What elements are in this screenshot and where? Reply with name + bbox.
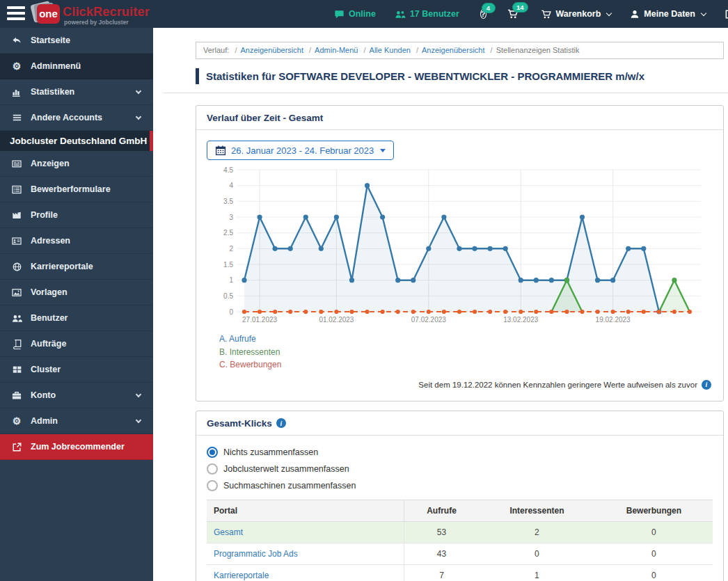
breadcrumb: Verlauf: /Anzeigenübersicht /Admin-Menü … <box>196 42 724 59</box>
main-content: Verlauf: /Anzeigenübersicht /Admin-Menü … <box>153 28 728 581</box>
portal-link[interactable]: Gesamt <box>214 527 243 537</box>
sidebar-item-label: Benutzer <box>31 313 68 323</box>
trend-chart[interactable]: 00.511.522.533.544.527.01.202301.02.2023… <box>207 163 713 328</box>
sidebar-item-anzeigen[interactable]: Anzeigen <box>0 151 153 177</box>
warenkorb-dropdown[interactable]: Warenkorb <box>540 9 612 19</box>
clicks-panel-title: Gesamt-Klicks <box>207 418 272 429</box>
grid-icon <box>10 365 24 374</box>
sidebar-item-konto[interactable]: Konto <box>0 383 153 408</box>
radio-button[interactable] <box>207 447 218 458</box>
hamburger-menu-icon[interactable] <box>7 6 25 22</box>
cart-icon <box>540 9 552 19</box>
col-portal: Portal <box>207 500 404 521</box>
sidebar-item-startseite[interactable]: Startseite <box>0 28 153 54</box>
radio-button[interactable] <box>207 463 218 475</box>
users-icon <box>10 313 24 324</box>
sidebar-item-zum-jobrecommender[interactable]: Zum Jobrecommender <box>0 434 153 460</box>
date-range-picker[interactable]: 26. Januar 2023 - 24. Februar 2023 <box>207 141 394 160</box>
svg-text:3.5: 3.5 <box>223 198 233 205</box>
sidebar-item-profile[interactable]: Profile <box>0 202 153 228</box>
meine-daten-label: Meine Daten <box>644 9 695 19</box>
logo-tagline: powered by Jobcluster <box>64 19 129 26</box>
list-icon <box>10 113 24 122</box>
sidebar-item-andere-accounts[interactable]: Andere Accounts <box>0 105 153 131</box>
radio-suchmaschinen-zusammenfassen[interactable]: Suchmaschinen zusammenfassen <box>207 480 713 491</box>
sidebar-item-label: Startseite <box>31 35 70 45</box>
radio-button[interactable] <box>207 480 218 491</box>
col-bewerbungen: Bewerbungen <box>595 500 713 521</box>
svg-text:4.5: 4.5 <box>223 166 233 174</box>
svg-text:0: 0 <box>229 308 233 316</box>
legend-item-aufrufe: A. Aufrufe <box>219 333 713 346</box>
chevron-down-icon <box>136 114 141 120</box>
svg-text:19.02.2023: 19.02.2023 <box>596 316 631 324</box>
svg-text:2: 2 <box>229 245 233 253</box>
cart-badge: 14 <box>512 2 528 13</box>
trend-panel: Verlauf über Zeit - Gesamt 26. Januar 20… <box>196 105 724 401</box>
cell-interessenten: 0 <box>479 543 595 564</box>
breadcrumb-link[interactable]: Alle Kunden <box>370 46 411 54</box>
radio-nichts-zusammenfassen[interactable]: Nichts zusammenfassen <box>207 447 713 458</box>
info-icon[interactable]: i <box>702 380 711 390</box>
book-icon <box>10 339 24 349</box>
globe-icon <box>10 262 24 272</box>
industry-icon <box>10 210 24 220</box>
sidebar-item-label: Konto <box>31 390 56 400</box>
cell-bewerbungen: 0 <box>595 543 713 564</box>
cart-button[interactable]: 14 <box>506 8 519 19</box>
svg-text:1: 1 <box>229 276 233 284</box>
cell-interessenten: 2 <box>479 521 595 543</box>
col-interessenten: Interessenten <box>479 500 595 521</box>
online-status[interactable]: Online <box>334 9 376 19</box>
help-button[interactable]: ? 4 <box>480 9 486 19</box>
svg-text:27.01.2023: 27.01.2023 <box>242 316 277 324</box>
table-row: Gesamt 53 2 0 <box>207 521 713 543</box>
logo-brand-text: ClickRecruiter <box>63 5 150 19</box>
breadcrumb-link[interactable]: Admin-Menü <box>315 46 358 54</box>
sidebar-item-auftraege[interactable]: Aufträge <box>0 331 153 357</box>
chevron-down-icon <box>701 10 706 15</box>
table-header-row: Portal Aufrufe Interessenten Bewerbungen <box>207 500 713 521</box>
sidebar-item-bewerberformulare[interactable]: Bewerberformulare <box>0 177 153 202</box>
clicks-table: Portal Aufrufe Interessenten Bewerbungen… <box>207 500 713 581</box>
breadcrumb-prefix: Verlauf: <box>203 46 229 54</box>
chevron-down-icon <box>136 392 141 397</box>
portal-link[interactable]: Programmatic Job Ads <box>214 549 298 559</box>
sidebar-item-statistiken[interactable]: Statistiken <box>0 79 153 105</box>
breadcrumb-link[interactable]: Anzeigenübersicht <box>422 46 485 54</box>
sidebar-item-label: Vorlagen <box>31 287 68 297</box>
sidebar-item-vorlagen[interactable]: Vorlagen <box>0 280 153 305</box>
cell-aufrufe: 7 <box>404 564 480 581</box>
clicks-panel: Gesamt-Klicks i Nichts zusammenfassen Jo… <box>196 411 724 581</box>
cell-aufrufe: 53 <box>404 521 480 543</box>
breadcrumb-link[interactable]: Anzeigenübersicht <box>240 46 303 54</box>
newspaper-icon <box>10 159 24 169</box>
sidebar-item-admin[interactable]: ⚙ Admin <box>0 408 153 434</box>
portal-link[interactable]: Karriereportale <box>214 571 269 580</box>
comment-icon <box>334 9 345 19</box>
sidebar-item-benutzer[interactable]: Benutzer <box>0 305 153 331</box>
svg-text:1.5: 1.5 <box>223 261 233 269</box>
meine-daten-dropdown[interactable]: Meine Daten <box>630 9 706 19</box>
cell-aufrufe: 43 <box>404 543 480 564</box>
date-range-label: 26. Januar 2023 - 24. Februar 2023 <box>231 145 374 156</box>
users-count-label: 17 Benutzer <box>410 9 459 19</box>
sidebar-item-cluster[interactable]: Cluster <box>0 357 153 383</box>
bar-chart-icon <box>10 86 24 97</box>
info-icon[interactable]: i <box>276 418 286 428</box>
logout-button[interactable]: Ausloggen <box>725 9 728 19</box>
sidebar-item-karriereportale[interactable]: Karriereportale <box>0 254 153 280</box>
chart-footnote: Seit dem 19.12.2022 können Kennzahlen ge… <box>207 372 713 394</box>
sidebar-item-adminmenu[interactable]: ⚙ Adminmenü <box>0 54 153 79</box>
active-users[interactable]: 17 Benutzer <box>395 9 459 19</box>
chart-legend: A. Aufrufe B. Interessenten C. Bewerbung… <box>219 333 713 372</box>
radio-jobclusterwelt-zusammenfassen[interactable]: Jobclusterwelt zusammenfassen <box>207 463 713 475</box>
table-row: Karriereportale 7 1 0 <box>207 564 713 581</box>
legend-item-interessenten: B. Interessenten <box>219 346 713 359</box>
svg-text:0.5: 0.5 <box>223 292 233 300</box>
sidebar-item-adressen[interactable]: Adressen <box>0 228 153 254</box>
online-label: Online <box>349 9 376 19</box>
svg-text:2.5: 2.5 <box>223 229 233 237</box>
svg-text:4: 4 <box>229 182 233 189</box>
table-row: Programmatic Job Ads 43 0 0 <box>207 543 713 564</box>
